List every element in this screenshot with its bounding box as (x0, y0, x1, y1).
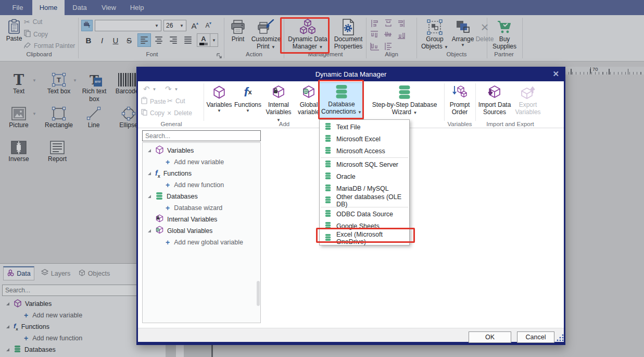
expander-icon[interactable] (146, 229, 153, 233)
dialog-cut-button[interactable]: ✂ Cut (167, 97, 185, 105)
dialog-title-bar[interactable]: Dynamic Data Manager ✕ (136, 67, 565, 81)
menu-item-microsoft-sql-server[interactable]: Microsoft SQL Server (320, 158, 409, 170)
strikethrough-button[interactable]: S (123, 33, 135, 47)
tree-scrollbar[interactable] (257, 281, 260, 306)
close-icon[interactable]: ✕ (552, 69, 559, 79)
underline-button[interactable]: U (109, 33, 122, 47)
tree-databases[interactable]: Databases (146, 191, 198, 202)
menu-item-other-databases-oledb[interactable]: Other databases (OLE DB) (320, 194, 409, 206)
format-painter-button[interactable]: Format Painter (24, 42, 75, 50)
shrink-font-button[interactable]: A▼ (203, 20, 214, 31)
font-color-button[interactable]: A (197, 33, 210, 47)
customize-print-button[interactable]: Customize Print ▼ (249, 19, 283, 50)
cut-button[interactable]: ✂Cut (24, 18, 42, 26)
prompt-order-button[interactable]: Prompt Order (446, 83, 473, 116)
resize-grip[interactable] (556, 334, 564, 344)
text-box-tool-dropdown[interactable]: ▼ (73, 78, 77, 83)
tree-internal-variables[interactable]: Internal Variables (146, 214, 217, 225)
tab-file[interactable]: File (3, 0, 32, 15)
expander-icon[interactable] (146, 149, 153, 153)
tab-panel-objects[interactable]: Objects (76, 266, 112, 280)
paste-button[interactable]: Paste (3, 18, 25, 42)
tool-picture[interactable]: Picture (6, 106, 31, 129)
panel-scrollbar[interactable] (176, 345, 184, 357)
dialog-copy-button[interactable]: Copy (141, 109, 165, 117)
panel-add-new-variable[interactable]: + Add new variable (24, 310, 82, 321)
align-center-button[interactable] (152, 33, 166, 47)
chevron-down-icon: ▼ (271, 45, 275, 50)
tool-text-box[interactable]: T Text box (46, 72, 72, 95)
expander-icon[interactable] (146, 171, 153, 176)
step-by-step-wizard-button[interactable]: Step-by-Step Database Wizard ▼ (366, 83, 443, 116)
buy-supplies-button[interactable]: Buy Supplies (489, 19, 520, 50)
picture-tool-dropdown[interactable]: ▼ (32, 112, 36, 116)
layers-icon (41, 269, 48, 278)
tab-data[interactable]: Data (65, 0, 95, 15)
italic-button[interactable]: I (96, 33, 108, 47)
tree-add-new-global-variable[interactable]: + Add new global variable (166, 237, 243, 248)
redo-button[interactable]: ↷▼ (165, 84, 179, 94)
menu-item-microsoft-excel[interactable]: Microsoft Excel (320, 133, 409, 145)
group-objects-button[interactable]: Group Objects ▼ (420, 19, 450, 50)
font-size-combo[interactable]: 26 ▼ (163, 20, 186, 31)
tab-panel-data[interactable]: Data (3, 266, 34, 280)
tab-home[interactable]: Home (32, 0, 65, 15)
align-left-button[interactable] (137, 33, 151, 47)
font-dialog-launcher[interactable] (217, 52, 222, 61)
justify-button[interactable] (181, 33, 195, 47)
print-button[interactable]: Print (228, 19, 248, 43)
tool-line[interactable]: Line (82, 106, 105, 129)
tree-add-new-variable[interactable]: + Add new variable (166, 156, 224, 168)
dialog-paste-button[interactable]: Paste (141, 97, 166, 106)
arrange-button[interactable]: Arrange ▼ (451, 19, 475, 47)
import-data-sources-button[interactable]: Import Data Sources (477, 83, 512, 116)
expander-icon[interactable] (146, 194, 153, 199)
document-properties-icon (342, 19, 355, 35)
tree-database-wizard[interactable]: + Database wizard (166, 202, 222, 214)
align-right-icon (170, 36, 177, 44)
ok-button[interactable]: OK (469, 331, 511, 343)
panel-tree-functions[interactable]: fx Functions (4, 321, 49, 333)
tree-variables[interactable]: Variables (146, 145, 194, 156)
menu-item-odbc-data-source[interactable]: ODBC Data Source (320, 208, 409, 220)
menu-item-text-file[interactable]: Text File (320, 121, 409, 133)
copy-button[interactable]: Copy (24, 30, 48, 39)
variables-button[interactable]: Variables ▼ (206, 83, 233, 113)
text-tool-dropdown[interactable]: ▼ (32, 78, 36, 83)
print-font-toggle[interactable]: T (81, 20, 93, 31)
document-properties-button[interactable]: Document Properties (331, 19, 365, 50)
align-buttons[interactable] (370, 19, 414, 50)
tool-text[interactable]: T Text (6, 72, 31, 95)
tab-help[interactable]: Help (123, 0, 151, 15)
align-right-button[interactable] (167, 33, 180, 47)
tree-functions[interactable]: fx Functions (146, 168, 192, 179)
export-variables-button[interactable]: Export Variables (513, 83, 543, 116)
functions-button[interactable]: fx Functions ▼ (234, 83, 262, 113)
tool-rich-text-box[interactable]: T RTF Rich text box (79, 72, 109, 103)
chevron-down-icon: ▼ (212, 38, 216, 43)
panel-tree-variables[interactable]: Variables (4, 298, 52, 310)
panel-add-new-function[interactable]: + Add new function (24, 333, 82, 344)
panel-tree-databases[interactable]: Databases (4, 344, 56, 355)
tree-global-variables[interactable]: Global Variables (146, 225, 212, 237)
tool-report[interactable]: Report (44, 140, 71, 163)
cancel-button[interactable]: Cancel (517, 331, 554, 343)
dialog-search-input[interactable] (142, 130, 261, 141)
annotation-box-dynamic-data-manager (280, 17, 330, 54)
menu-item-oracle[interactable]: Oracle (320, 170, 409, 182)
tree-add-new-function[interactable]: + Add new function (166, 179, 224, 191)
tool-inverse[interactable]: Inverse (6, 140, 31, 163)
tab-view[interactable]: View (95, 0, 123, 15)
tab-panel-layers[interactable]: Layers (39, 266, 73, 280)
import-export-group-label: Import and Export (477, 121, 543, 127)
dialog-delete-button[interactable]: × Delete (167, 109, 192, 117)
font-color-dropdown[interactable]: ▼ (210, 33, 218, 47)
grow-font-button[interactable]: A▲ (190, 20, 201, 31)
undo-button[interactable]: ↶▼ (143, 84, 157, 94)
tool-rectangle[interactable]: Rectangle (44, 106, 74, 129)
font-family-combo[interactable]: ▼ (95, 20, 161, 31)
internal-variables-button[interactable]: Internal Variables ▼ (263, 83, 294, 123)
menu-item-microsoft-access[interactable]: Microsoft Access (320, 145, 409, 157)
copy-icon (24, 30, 31, 39)
bold-button[interactable]: B (82, 33, 95, 47)
